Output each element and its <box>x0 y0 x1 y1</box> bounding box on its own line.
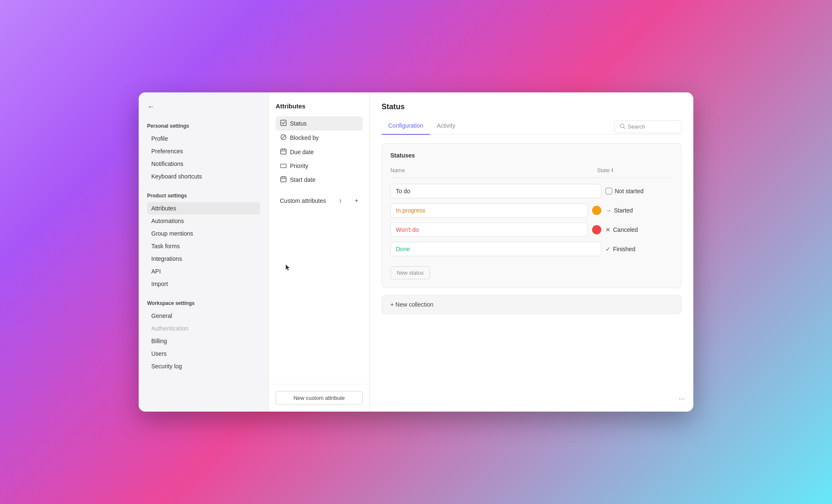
attr-due-date-label: Due date <box>290 149 314 155</box>
tab-configuration[interactable]: Configuration <box>382 119 430 135</box>
search-icon <box>620 123 625 130</box>
new-collection-button[interactable]: + New collection <box>382 295 682 314</box>
started-label: Started <box>614 207 633 214</box>
attr-item-blocked-by[interactable]: Blocked by <box>276 131 363 145</box>
workspace-settings-section: Workspace settings General Authenticatio… <box>147 300 260 373</box>
tabs-row: Configuration Activity Search <box>382 119 682 135</box>
sidebar-item-keyboard-shortcuts[interactable]: Keyboard shortcuts <box>147 170 260 183</box>
sidebar-item-automations[interactable]: Automations <box>147 215 260 227</box>
sidebar: ← Personal settings Profile Preferences … <box>139 92 269 412</box>
state-info-icon[interactable]: ℹ <box>611 168 613 173</box>
blocked-by-icon <box>280 134 287 142</box>
sidebar-item-task-forms[interactable]: Task forms <box>147 240 260 252</box>
column-name-header: Name <box>390 167 597 173</box>
not-started-state: Not started <box>606 188 643 194</box>
cursor-position <box>286 265 290 269</box>
finished-icon: ✓ <box>606 246 611 252</box>
sidebar-item-notifications[interactable]: Notifications <box>147 158 260 170</box>
sidebar-item-api[interactable]: API <box>147 265 260 278</box>
sidebar-item-authentication: Authentication <box>147 322 260 335</box>
status-name-in-progress <box>390 203 588 218</box>
sidebar-item-profile[interactable]: Profile <box>147 132 260 145</box>
column-state-header: State ℹ <box>597 167 673 173</box>
status-name-input-in-progress[interactable] <box>390 203 588 218</box>
workspace-settings-title: Workspace settings <box>147 300 260 306</box>
personal-settings-section: Personal settings Profile Preferences No… <box>147 123 260 183</box>
not-started-label: Not started <box>615 188 643 194</box>
sidebar-item-import[interactable]: Import <box>147 278 260 290</box>
state-cell-in-progress: → Started <box>606 207 673 214</box>
status-dot-wont-do[interactable] <box>592 225 601 234</box>
attributes-panel-title: Attributes <box>276 102 363 110</box>
page-title: Status <box>382 102 682 111</box>
tab-activity[interactable]: Activity <box>430 119 462 135</box>
personal-settings-title: Personal settings <box>147 123 260 129</box>
started-icon: → <box>606 207 611 214</box>
svg-line-13 <box>624 127 625 129</box>
product-settings-title: Product settings <box>147 193 260 199</box>
status-attr-icon <box>280 120 287 127</box>
svg-rect-8 <box>281 177 286 182</box>
state-cell-done: ✓ Finished <box>606 246 673 252</box>
middle-panel: Attributes Status <box>269 92 370 412</box>
status-dot-in-progress[interactable] <box>592 206 601 215</box>
sidebar-item-group-mentions[interactable]: Group mentions <box>147 227 260 240</box>
statuses-card: Statuses Name State ℹ Not started <box>382 143 682 288</box>
search-placeholder: Search <box>628 123 645 130</box>
new-status-button[interactable]: New status <box>390 266 430 279</box>
status-row-wont-do: ✕ Canceled <box>390 220 673 239</box>
not-started-icon <box>606 188 612 194</box>
canceled-icon: ✕ <box>606 226 611 233</box>
attr-priority-label: Priority <box>290 163 308 169</box>
canceled-label: Canceled <box>613 226 638 233</box>
more-options-button[interactable]: ··· <box>679 394 685 403</box>
status-name-todo <box>390 184 601 198</box>
status-name-input-wont-do[interactable] <box>390 223 588 237</box>
state-cell-todo: Not started <box>606 188 673 194</box>
product-settings-section: Product settings Attributes Automations … <box>147 193 260 290</box>
attr-item-due-date[interactable]: Due date <box>276 145 363 159</box>
custom-attributes-header: Custom attributes ℹ + <box>276 194 363 208</box>
status-name-input-todo[interactable] <box>390 184 601 198</box>
statuses-card-title: Statuses <box>390 152 673 159</box>
statuses-table-header: Name State ℹ <box>390 165 673 178</box>
custom-attributes-add-button[interactable]: + <box>355 197 358 205</box>
main-content: Status Configuration Activity Search Sta… <box>370 92 693 412</box>
sidebar-item-general[interactable]: General <box>147 310 260 322</box>
tabs: Configuration Activity <box>382 119 462 134</box>
search-box[interactable]: Search <box>614 121 682 133</box>
sidebar-item-billing[interactable]: Billing <box>147 335 260 347</box>
priority-icon <box>280 163 287 169</box>
sidebar-item-users[interactable]: Users <box>147 347 260 360</box>
attr-item-start-date[interactable]: Start date <box>276 173 363 187</box>
status-row-todo: Not started <box>390 181 673 201</box>
status-row-in-progress: → Started <box>390 201 673 220</box>
status-row-done: ✓ Finished <box>390 239 673 259</box>
back-button[interactable]: ← <box>147 102 260 111</box>
finished-label: Finished <box>613 246 635 252</box>
new-custom-attribute-button[interactable]: New custom attribute <box>276 391 363 405</box>
sidebar-item-security-log[interactable]: Security log <box>147 360 260 373</box>
due-date-icon <box>280 148 287 156</box>
status-name-done <box>390 242 601 256</box>
attr-start-date-label: Start date <box>290 176 316 183</box>
custom-attributes-info-icon[interactable]: ℹ <box>340 198 341 204</box>
svg-rect-7 <box>280 164 286 168</box>
status-name-wont-do <box>390 223 588 237</box>
start-date-icon <box>280 176 287 184</box>
sidebar-item-preferences[interactable]: Preferences <box>147 145 260 158</box>
state-cell-wont-do: ✕ Canceled <box>606 226 673 233</box>
attr-item-status[interactable]: Status <box>276 116 363 131</box>
sidebar-item-attributes[interactable]: Attributes <box>147 202 260 215</box>
attr-item-priority[interactable]: Priority <box>276 159 363 173</box>
svg-line-2 <box>282 135 285 139</box>
custom-attributes-label: Custom attributes <box>280 197 326 204</box>
app-window: ← Personal settings Profile Preferences … <box>139 92 693 412</box>
attr-blocked-by-label: Blocked by <box>290 134 319 141</box>
status-name-input-done[interactable] <box>390 242 601 256</box>
svg-rect-3 <box>281 149 286 154</box>
svg-rect-0 <box>281 120 286 126</box>
back-icon: ← <box>147 102 155 111</box>
attr-status-label: Status <box>290 120 307 127</box>
sidebar-item-integrations[interactable]: Integrations <box>147 252 260 265</box>
